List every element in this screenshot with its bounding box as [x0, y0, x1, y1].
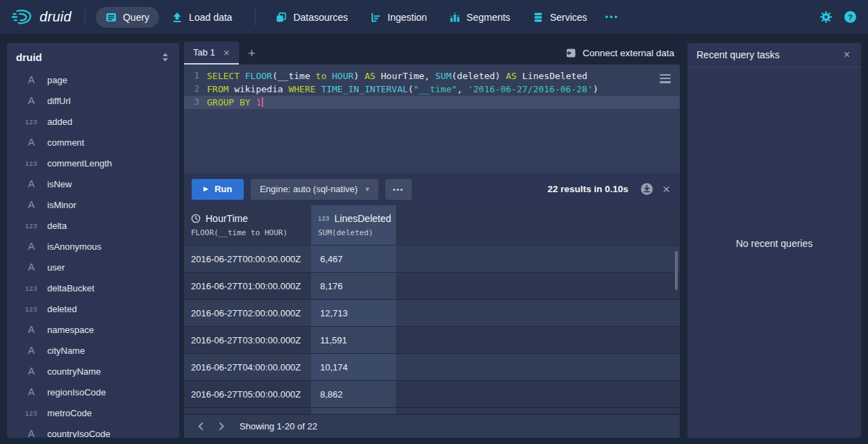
ingestion-icon [370, 12, 381, 23]
column-name: isNew [47, 179, 72, 189]
result-summary: 22 results in 0.10s [548, 184, 628, 194]
text-cursor [262, 97, 263, 107]
run-button[interactable]: ▶ Run [192, 179, 244, 200]
nav-label: Services [550, 12, 587, 23]
sidebar-column-comment[interactable]: Acomment [7, 132, 179, 153]
column-header-hourtime[interactable]: HourTime FLOOR(__time to HOUR) [184, 205, 311, 245]
sidebar-column-countryIsoCode[interactable]: AcountryIsoCode [7, 423, 179, 438]
next-page-icon[interactable] [212, 418, 231, 436]
download-results-icon[interactable] [640, 182, 653, 196]
sidebar-column-cityName[interactable]: AcityName [7, 340, 179, 361]
result-row[interactable]: 2016-06-27T04:00:00.000Z10,174 [184, 354, 680, 381]
number-type-icon: 123 [22, 409, 41, 417]
druid-logo[interactable]: druid [11, 8, 72, 26]
sidebar-column-isMinor[interactable]: AisMinor [7, 194, 179, 215]
sort-double-caret-icon[interactable] [161, 52, 169, 62]
nav-item-query[interactable]: Query [96, 7, 159, 28]
editor-line-2[interactable]: 2FROM wikipedia WHERE TIME_IN_INTERVAL("… [184, 83, 680, 96]
help-glyph: ? [848, 13, 853, 22]
column-name: comment [47, 137, 84, 148]
string-type-icon: A [22, 386, 41, 398]
connect-label: Connect external data [583, 48, 674, 58]
nav-label: Load data [189, 12, 232, 23]
sidebar-column-regionIsoCode[interactable]: AregionIsoCode [7, 382, 179, 402]
sidebar-column-deltaBucket[interactable]: 123deltaBucket [7, 278, 179, 298]
number-type-icon: 123 [22, 305, 41, 313]
result-row[interactable]: 2016-06-27T02:00:00.000Z12,713 [184, 300, 680, 327]
cell-empty [396, 381, 680, 407]
cell-hourtime[interactable]: 2016-06-27T00:00:00.000Z [184, 246, 311, 272]
connect-external-data-button[interactable]: Connect external data [559, 42, 680, 65]
cell-linesdeleted[interactable]: 12,713 [311, 300, 396, 326]
column-name: diffUrl [47, 96, 71, 106]
cell-linesdeleted[interactable]: 8,176 [311, 273, 396, 299]
string-type-icon: A [22, 95, 41, 106]
column-name: isAnonymous [47, 241, 101, 252]
string-type-icon: A [22, 241, 41, 252]
column-header-linesdeleted[interactable]: 123 LinesDeleted SUM(deleted) [311, 205, 396, 245]
nav-item-services[interactable]: Services [523, 7, 597, 28]
tab-query-1[interactable]: Tab 1 × [184, 42, 239, 65]
sidebar-column-diffUrl[interactable]: AdiffUrl [7, 90, 179, 111]
cell-linesdeleted[interactable]: 6,467 [311, 246, 396, 272]
prev-page-icon[interactable] [191, 418, 210, 436]
cell-hourtime[interactable]: 2016-06-27T01:00:00.000Z [184, 273, 311, 299]
string-type-icon: A [22, 178, 41, 189]
result-row[interactable]: 2016-06-27T01:00:00.000Z8,176 [184, 273, 680, 300]
sidebar-column-metroCode[interactable]: 123metroCode [7, 402, 179, 423]
settings-gear-icon[interactable] [819, 10, 833, 24]
sidebar-column-delta[interactable]: 123delta [7, 215, 179, 236]
nav-more-icon[interactable]: ••• [600, 8, 625, 26]
result-row[interactable]: 2016-06-27T03:00:00.000Z11,591 [184, 327, 680, 354]
cell-linesdeleted[interactable]: 8,862 [311, 381, 396, 407]
editor-line-3[interactable]: 3GROUP BY 1 [184, 96, 680, 109]
query-more-button[interactable]: ••• [385, 179, 412, 200]
partial-row [184, 408, 680, 414]
column-name: deltaBucket [47, 283, 94, 293]
close-results-icon[interactable]: × [660, 182, 672, 196]
engine-select[interactable]: Engine: auto (sql-native) ▾ [251, 179, 378, 200]
editor-line-1[interactable]: 1SELECT FLOOR(__time to HOUR) AS HourTim… [184, 69, 680, 83]
tab-label: Tab 1 [193, 47, 215, 58]
result-row[interactable]: 2016-06-27T05:00:00.000Z8,862 [184, 381, 680, 408]
nav-item-datasources[interactable]: Datasources [266, 7, 358, 28]
sidebar-column-page[interactable]: Apage [7, 69, 179, 90]
tasks-panel-close-icon[interactable]: × [842, 49, 852, 60]
nav-label: Query [123, 12, 149, 23]
sidebar-column-isNew[interactable]: AisNew [7, 173, 179, 194]
code-text: SELECT FLOOR(__time to HOUR) AS HourTime… [207, 69, 587, 83]
column-name: commentLength [47, 158, 112, 169]
sidebar-column-deleted[interactable]: 123deleted [7, 298, 179, 319]
sql-editor[interactable]: 1SELECT FLOOR(__time to HOUR) AS HourTim… [184, 65, 680, 173]
nav-divider [85, 9, 85, 26]
datasources-icon [276, 12, 287, 23]
play-icon: ▶ [203, 186, 208, 192]
sidebar-column-countryName[interactable]: AcountryName [7, 361, 179, 382]
nav-item-segments[interactable]: Segments [440, 7, 520, 28]
sidebar-column-isAnonymous[interactable]: AisAnonymous [7, 236, 179, 257]
editor-menu-icon[interactable] [660, 72, 671, 85]
sidebar-column-commentLength[interactable]: 123commentLength [7, 153, 179, 173]
cell-hourtime[interactable]: 2016-06-27T05:00:00.000Z [184, 381, 311, 407]
sidebar-column-namespace[interactable]: Anamespace [7, 319, 179, 340]
cell-linesdeleted[interactable]: 10,174 [311, 354, 396, 380]
nav-item-ingestion[interactable]: Ingestion [360, 7, 437, 28]
cell-linesdeleted[interactable]: 11,591 [311, 327, 396, 353]
nav-item-load-data[interactable]: Load data [162, 7, 242, 28]
column-name: user [47, 262, 65, 273]
cell-hourtime[interactable]: 2016-06-27T04:00:00.000Z [184, 354, 311, 380]
column-name: namespace [47, 325, 94, 335]
add-tab-button[interactable]: + [239, 42, 265, 65]
results-scrollbar[interactable] [675, 251, 678, 290]
cell-empty [396, 246, 680, 272]
cell-hourtime[interactable]: 2016-06-27T03:00:00.000Z [184, 327, 311, 353]
tab-close-icon[interactable]: × [224, 46, 230, 58]
help-icon[interactable]: ? [844, 10, 857, 24]
datasource-title[interactable]: druid [16, 51, 42, 63]
number-type-icon: 123 [22, 160, 41, 167]
sidebar-column-user[interactable]: Auser [7, 257, 179, 278]
column-expression: FLOOR(__time to HOUR) [191, 228, 311, 237]
result-row[interactable]: 2016-06-27T00:00:00.000Z6,467 [184, 246, 680, 273]
cell-hourtime[interactable]: 2016-06-27T02:00:00.000Z [184, 300, 311, 326]
sidebar-column-added[interactable]: 123added [7, 111, 179, 132]
